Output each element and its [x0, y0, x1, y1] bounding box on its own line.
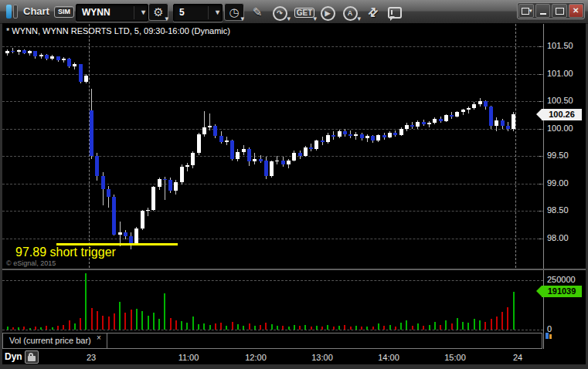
volume-bar: [366, 327, 368, 330]
window-title: Chart: [23, 0, 49, 23]
candle: [343, 131, 347, 134]
chevron-down-icon[interactable]: ▾: [216, 8, 219, 16]
candle: [5, 51, 9, 53]
candle-wick: [187, 163, 188, 171]
candle: [236, 152, 240, 159]
copyright-watermark: © eSignal, 2015: [6, 259, 56, 267]
app-icon: [6, 5, 19, 19]
chevron-down-icon: ▾: [357, 15, 361, 22]
play-icon: ▶: [321, 6, 335, 21]
candle: [450, 115, 454, 117]
get-data-button[interactable]: GET ▾: [293, 4, 316, 21]
candle-wick: [165, 177, 165, 200]
tab-volume[interactable]: Vol (current price bar): [9, 336, 91, 345]
candle: [202, 127, 206, 134]
volume-bar: [23, 327, 25, 330]
volume-bar: [361, 327, 362, 330]
volume-bar: [440, 325, 441, 330]
volume-bar: [102, 316, 104, 330]
auto-button[interactable]: A ▾: [340, 4, 360, 21]
popout-button[interactable]: ▾: [518, 4, 534, 18]
volume-bar: [249, 323, 250, 330]
candle: [230, 140, 234, 159]
replay-button[interactable]: ▶: [318, 4, 338, 21]
price-tick-label: 98.50: [547, 205, 569, 215]
candle-wick: [148, 208, 148, 216]
candle: [455, 112, 459, 117]
candle: [495, 120, 498, 126]
minimize-button[interactable]: [535, 4, 551, 18]
candle: [275, 161, 279, 161]
candle: [399, 129, 403, 135]
volume-bar: [429, 325, 430, 330]
trend-tools-button[interactable]: ↷ ▾: [270, 4, 290, 21]
last-volume-tag: 191039: [542, 286, 582, 297]
candle: [180, 167, 184, 182]
candle: [185, 165, 189, 167]
price-tick-label: 99.50: [547, 151, 569, 160]
interval-dropdown[interactable]: 5 ▾: [173, 4, 223, 22]
chevron-down-icon[interactable]: ▾: [141, 8, 145, 16]
volume-bar: [164, 293, 165, 330]
candle: [461, 110, 465, 112]
volume-bar: [299, 326, 301, 330]
candle: [292, 153, 296, 161]
close-button[interactable]: ✕: [569, 4, 584, 18]
volume-bar: [57, 326, 59, 330]
time-template-button[interactable]: ◷ ▾: [224, 3, 244, 21]
price-tick-label: 100.50: [547, 96, 573, 105]
time-tick-label: 11:00: [178, 353, 199, 362]
volume-bar: [383, 326, 385, 330]
clock-icon: ◷: [229, 5, 239, 19]
candle: [264, 161, 268, 176]
tab-close-icon[interactable]: ×: [97, 333, 101, 342]
candle: [168, 180, 172, 191]
volume-bar: [467, 323, 469, 330]
price-tick-label: 98.00: [547, 233, 569, 242]
volume-bar: [457, 318, 458, 330]
volume-bar: [52, 327, 53, 330]
volume-bar: [412, 326, 413, 330]
volume-bar: [114, 313, 115, 330]
candle: [270, 161, 274, 176]
candle: [95, 156, 99, 176]
volume-bar: [378, 323, 379, 330]
time-tick-label: 14:00: [378, 353, 399, 362]
price-gridline: [2, 46, 543, 47]
candle: [484, 101, 488, 107]
link-windows-button[interactable]: ⇄: [362, 4, 382, 21]
volume-bar: [40, 327, 42, 330]
panel-separator[interactable]: [2, 269, 586, 270]
volume-bar: [29, 328, 31, 330]
candle: [259, 159, 263, 161]
candle: [50, 56, 54, 59]
volume-bar: [198, 324, 199, 330]
volume-tick-label: 0: [547, 324, 552, 333]
chevron-down-icon: ▾: [165, 15, 168, 22]
price-tick-label: 101.00: [547, 69, 573, 78]
volume-bar: [141, 311, 143, 330]
volume-bar: [136, 309, 138, 330]
candle: [242, 149, 246, 152]
minimize-icon: [540, 13, 546, 15]
draw-tool-button[interactable]: ✎: [247, 4, 267, 21]
volume-gridline: [2, 280, 543, 281]
symbol-dropdown[interactable]: WYNN ▾: [76, 4, 148, 22]
sim-badge: SIM: [54, 6, 74, 18]
candle: [439, 119, 443, 121]
maximize-button[interactable]: [552, 4, 567, 18]
price-tick-label: 101.50: [547, 41, 573, 50]
price-tick-label: 100.00: [547, 124, 573, 133]
candle: [382, 135, 386, 137]
candle: [501, 120, 505, 126]
notes-button[interactable]: [385, 4, 405, 21]
volume-bar: [338, 326, 340, 330]
symbol-settings-button[interactable]: ⚙ ▾: [148, 3, 168, 21]
volume-bar: [243, 326, 244, 330]
time-tick-label: 12:00: [245, 353, 267, 362]
candle: [416, 122, 420, 127]
candle: [489, 107, 493, 126]
lock-button[interactable]: [25, 350, 39, 364]
volume-bar: [507, 307, 508, 330]
price-axis-line: [543, 24, 544, 349]
